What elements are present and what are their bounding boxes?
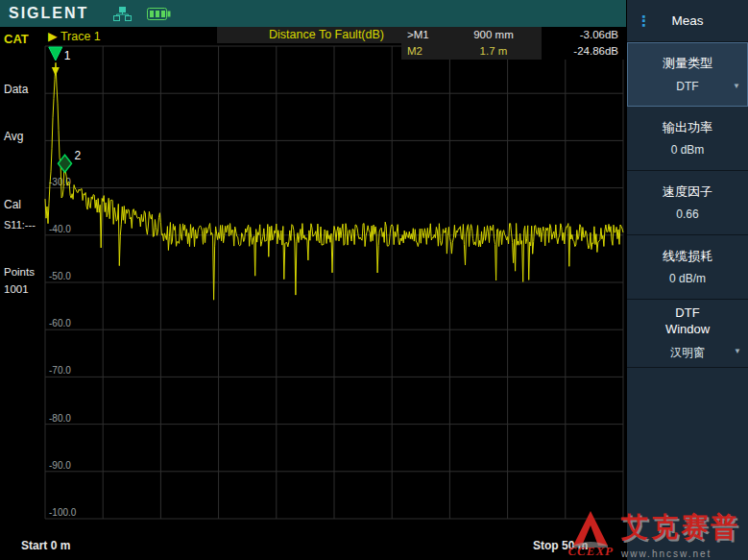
y-axis-tick-label: -40.0 <box>49 224 71 234</box>
marker-2-name: M2 <box>401 43 446 60</box>
menu-button-label: 测量类型 <box>663 56 712 72</box>
plot-header: ▶ Trace 1 Distance To Fault(dB) >M1 900 … <box>44 27 626 44</box>
menu-button-value: 0 dBm <box>671 143 705 157</box>
meas-menu-header[interactable]: ⋮ Meas <box>627 0 748 42</box>
plot-area: -30.0-40.0-50.0-60.0-70.0-80.0-90.0-100.… <box>44 27 626 534</box>
y-axis-tick-label: -80.0 <box>49 413 71 424</box>
marker-1-amplitude: -3.06dB <box>542 27 624 43</box>
sidebar-item-data[interactable]: Data <box>4 83 28 96</box>
analyzer-screen: SIGLENT CAT Data Avg Cal S11:--- Points … <box>0 0 748 560</box>
menu-button-label: 输出功率 <box>663 120 712 136</box>
menu-button-value: DTF <box>676 80 698 93</box>
sidebar-points-label: Points <box>4 266 35 278</box>
menu-button-value: 0 dB/m <box>669 272 706 285</box>
dtf-trace-plot[interactable]: -30.0-40.0-50.0-60.0-70.0-80.0-90.0-100.… <box>44 27 626 534</box>
meas-menu-panel: ⋮ Meas 测量类型 DTF ▼ 输出功率 0 dBm 速度因子 0.66 线… <box>626 0 748 560</box>
marker-1-name: >M1 <box>401 27 446 43</box>
menu-dots-icon: ⋮ <box>637 12 651 30</box>
marker-2-amplitude: -24.86dB <box>542 43 624 60</box>
menu-button-measure-type[interactable]: 测量类型 DTF ▼ <box>627 42 748 107</box>
trace-bullet-icon: ▶ <box>48 30 58 43</box>
sidebar-s11-status: S11:--- <box>4 219 36 231</box>
menu-button-label: DTF Window <box>656 305 719 338</box>
battery-icon <box>147 8 171 20</box>
sidebar-item-cat[interactable]: CAT <box>4 32 29 46</box>
sidebar-item-avg[interactable]: Avg <box>4 130 23 143</box>
top-status-bar: SIGLENT <box>0 0 626 27</box>
menu-button-value: 0.66 <box>676 207 698 221</box>
start-label: Start 0 m <box>21 539 70 552</box>
marker-2-diamond[interactable] <box>59 155 72 172</box>
y-axis-tick-label: -60.0 <box>49 318 71 329</box>
marker-2-number: 2 <box>75 149 82 162</box>
trace-name: Trace 1 <box>60 30 101 43</box>
meas-menu-title: Meas <box>671 13 703 28</box>
marker-readout-m2: M2 1.7 m -24.86dB <box>401 43 624 60</box>
menu-button-value: 汉明窗 <box>670 345 705 361</box>
menu-button-label: 速度因子 <box>663 184 712 201</box>
y-axis-tick-label: -100.0 <box>49 507 77 518</box>
marker-2-position: 1.7 m <box>446 43 542 60</box>
marker-1-position: 900 mm <box>446 27 542 43</box>
marker-readout-m1: >M1 900 mm -3.06dB <box>401 27 624 43</box>
menu-button-cable-loss[interactable]: 线缆损耗 0 dB/m <box>627 235 748 300</box>
x-axis-footer: Start 0 m Stop 50 m <box>0 534 626 560</box>
stop-label: Stop 50 m <box>533 539 588 552</box>
y-axis-tick-label: -70.0 <box>49 365 71 376</box>
menu-button-dtf-window[interactable]: DTF Window 汉明窗 ▼ <box>627 300 748 368</box>
menu-button-output-power[interactable]: 输出功率 0 dBm <box>627 107 748 171</box>
sidebar-item-cal[interactable]: Cal <box>4 198 21 211</box>
trace-selector[interactable]: ▶ Trace 1 <box>48 29 101 43</box>
y-axis-tick-label: -50.0 <box>49 271 71 281</box>
marker-readout-table: >M1 900 mm -3.06dB M2 1.7 m -24.86dB <box>401 27 624 60</box>
marker-1-flag[interactable] <box>49 47 62 61</box>
trace-peak-indicator-icon <box>52 67 60 76</box>
menu-button-label: 线缆损耗 <box>663 249 712 265</box>
left-status-sidebar: CAT Data Avg Cal S11:--- Points 1001 <box>0 27 44 534</box>
marker-1-number: 1 <box>64 49 71 62</box>
dropdown-caret-icon: ▼ <box>733 82 740 90</box>
lan-network-icon <box>113 7 132 21</box>
dropdown-caret-icon: ▼ <box>734 347 741 355</box>
siglent-logo: SIGLENT <box>9 5 88 22</box>
y-axis-tick-label: -90.0 <box>49 460 71 471</box>
sidebar-points-value: 1001 <box>4 283 29 295</box>
menu-button-velocity-factor[interactable]: 速度因子 0.66 <box>627 171 748 235</box>
